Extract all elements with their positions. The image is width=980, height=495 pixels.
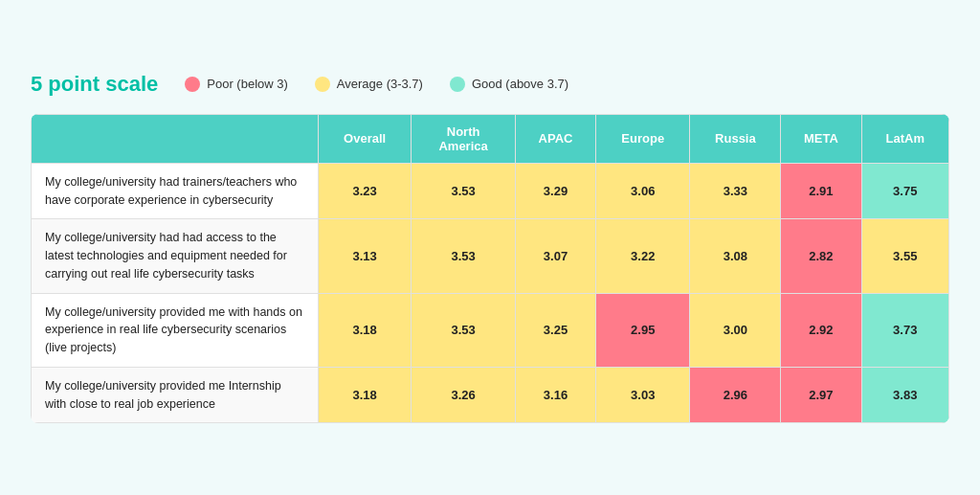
- value-cell-2-6: 3.73: [861, 293, 949, 367]
- value-cell-3-0: 3.18: [319, 367, 412, 423]
- value-cell-0-4: 3.33: [690, 163, 781, 219]
- good-dot: [450, 77, 465, 92]
- value-cell-0-6: 3.75: [861, 163, 949, 219]
- value-cell-3-4: 2.96: [690, 367, 781, 423]
- value-cell-0-0: 3.23: [319, 163, 412, 219]
- value-cell-1-2: 3.07: [515, 219, 595, 293]
- header-meta: META: [781, 114, 861, 163]
- legend-average: Average (3-3.7): [315, 77, 423, 92]
- poor-label: Poor (below 3): [207, 77, 288, 91]
- value-cell-2-2: 3.25: [515, 293, 595, 367]
- good-label: Good (above 3.7): [472, 77, 568, 91]
- legend-good: Good (above 3.7): [450, 77, 568, 92]
- value-cell-2-5: 2.92: [781, 293, 861, 367]
- chart-title: 5 point scale: [31, 72, 158, 97]
- value-cell-3-1: 3.26: [412, 367, 516, 423]
- question-cell-2: My college/university provided me with h…: [32, 293, 319, 367]
- value-cell-0-1: 3.53: [412, 163, 516, 219]
- value-cell-0-3: 3.06: [596, 163, 690, 219]
- value-cell-1-3: 3.22: [596, 219, 690, 293]
- average-dot: [315, 77, 330, 92]
- table-row: My college/university provided me Intern…: [32, 367, 949, 423]
- value-cell-1-6: 3.55: [861, 219, 949, 293]
- value-cell-2-1: 3.53: [412, 293, 516, 367]
- value-cell-1-4: 3.08: [690, 219, 781, 293]
- data-table: Overall NorthAmerica APAC Europe Russia …: [31, 114, 949, 424]
- value-cell-1-0: 3.13: [319, 219, 412, 293]
- header-north-america: NorthAmerica: [412, 114, 516, 163]
- value-cell-1-1: 3.53: [412, 219, 516, 293]
- table-row: My college/university had had access to …: [32, 219, 949, 293]
- legend-poor: Poor (below 3): [185, 77, 288, 92]
- question-cell-3: My college/university provided me Intern…: [32, 367, 319, 423]
- header-russia: Russia: [690, 114, 781, 163]
- question-cell-1: My college/university had had access to …: [32, 219, 319, 293]
- header-latam: LatAm: [861, 114, 949, 163]
- value-cell-2-0: 3.18: [319, 293, 412, 367]
- legend-row: 5 point scale Poor (below 3) Average (3-…: [31, 72, 949, 97]
- table-row: My college/university provided me with h…: [32, 293, 949, 367]
- header-apac: APAC: [515, 114, 595, 163]
- main-container: 5 point scale Poor (below 3) Average (3-…: [0, 49, 980, 447]
- table-header-row: Overall NorthAmerica APAC Europe Russia …: [32, 114, 949, 163]
- header-overall: Overall: [319, 114, 412, 163]
- value-cell-2-3: 2.95: [596, 293, 690, 367]
- value-cell-1-5: 2.82: [781, 219, 861, 293]
- average-label: Average (3-3.7): [337, 77, 423, 91]
- question-cell-0: My college/university had trainers/teach…: [32, 163, 319, 219]
- value-cell-3-6: 3.83: [861, 367, 949, 423]
- value-cell-3-3: 3.03: [596, 367, 690, 423]
- header-question: [32, 114, 319, 163]
- value-cell-3-2: 3.16: [515, 367, 595, 423]
- table-row: My college/university had trainers/teach…: [32, 163, 949, 219]
- value-cell-2-4: 3.00: [690, 293, 781, 367]
- value-cell-0-2: 3.29: [515, 163, 595, 219]
- value-cell-3-5: 2.97: [781, 367, 861, 423]
- value-cell-0-5: 2.91: [781, 163, 861, 219]
- poor-dot: [185, 77, 200, 92]
- header-europe: Europe: [596, 114, 690, 163]
